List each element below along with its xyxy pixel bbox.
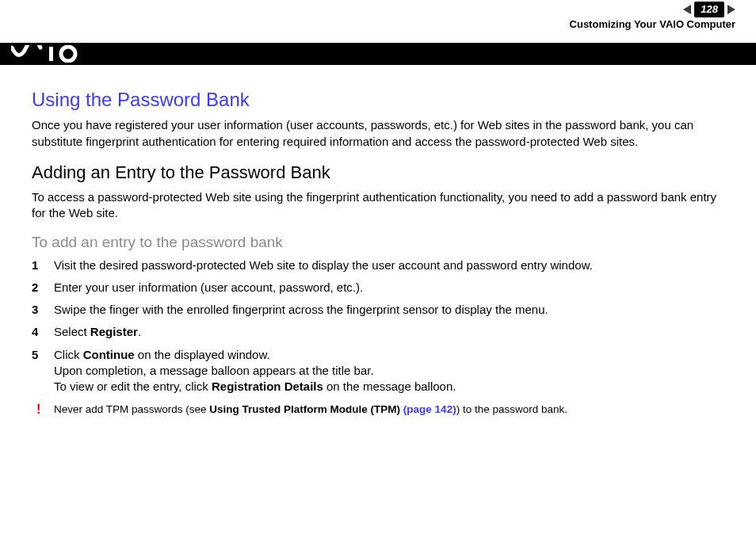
page-number-badge: 128 (694, 2, 724, 17)
page-content: Using the Password Bank Once you have re… (0, 65, 756, 418)
list-item: Visit the desired password-protected Web… (32, 257, 724, 273)
step-text: Select (54, 325, 90, 338)
prev-page-arrow-icon[interactable] (683, 5, 691, 14)
section-title: Using the Password Bank (32, 87, 724, 113)
warning-note: ! Never add TPM passwords (see Using Tru… (32, 402, 724, 417)
steps-list: Visit the desired password-protected Web… (32, 257, 724, 395)
step-text: . (138, 325, 141, 338)
next-page-arrow-icon[interactable] (727, 5, 735, 14)
intro-paragraph: Once you have registered your user infor… (32, 117, 724, 150)
warning-icon: ! (36, 401, 40, 418)
subsection-title: Adding an Entry to the Password Bank (32, 161, 724, 185)
svg-rect-0 (49, 47, 53, 61)
step-text: on the message balloon. (323, 380, 456, 393)
step-bold: Registration Details (212, 380, 323, 393)
step-bold: Continue (83, 348, 135, 361)
step-text: on the displayed window. (135, 348, 270, 361)
step-bold: Register (90, 325, 138, 338)
list-item: Select Register. (32, 324, 724, 340)
list-item: Enter your user information (user accoun… (32, 280, 724, 296)
step-text: Click (54, 348, 83, 361)
vaio-logo-icon (11, 45, 87, 63)
page-navigation: 128 (683, 2, 735, 17)
step-text: To view or edit the entry, click (54, 380, 212, 393)
note-text: ) to the password bank. (456, 403, 567, 415)
subsection-paragraph: To access a password-protected Web site … (32, 189, 724, 222)
header-band (0, 43, 756, 65)
note-bold: Using Trusted Platform Module (TPM) (209, 403, 403, 415)
step-text: Upon completion, a message balloon appea… (54, 364, 374, 377)
note-text: Never add TPM passwords (see (54, 403, 209, 415)
procedure-title: To add an entry to the password bank (32, 232, 724, 253)
svg-point-1 (61, 47, 75, 61)
page-link[interactable]: (page 142) (403, 403, 456, 415)
list-item: Swipe the finger with the enrolled finge… (32, 302, 724, 318)
breadcrumb[interactable]: Customizing Your VAIO Computer (570, 17, 735, 32)
list-item: Click Continue on the displayed window. … (32, 347, 724, 395)
